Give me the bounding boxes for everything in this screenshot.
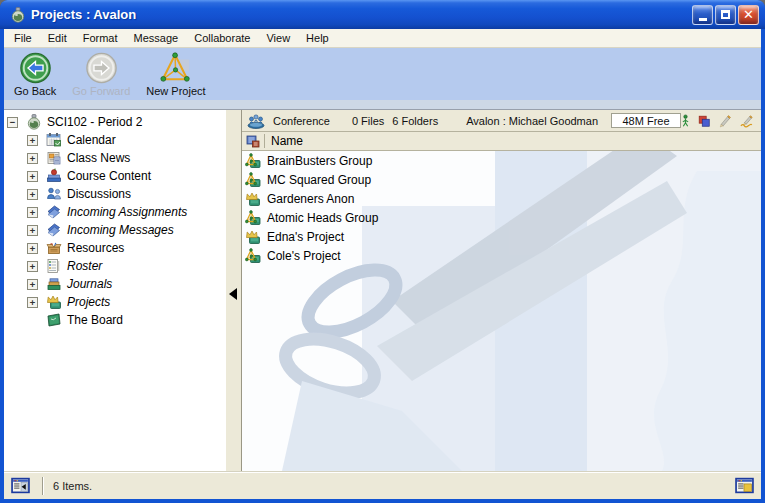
tree-item-class-news[interactable]: + Class News [4,149,226,167]
menu-view[interactable]: View [258,30,298,46]
toolbar-divider [4,100,761,109]
project-triangle-icon [245,153,261,169]
school-icon [26,114,42,130]
expand-toggle[interactable]: + [27,243,38,254]
projects-icon [46,294,62,310]
splitter-collapse-arrow-icon[interactable] [229,288,237,300]
go-forward-icon [85,52,118,84]
toolbar: Go Back Go Forward New Project [4,48,761,100]
new-project-label: New Project [146,85,205,97]
free-space-indicator: 48M Free [611,113,681,128]
menu-file[interactable]: File [6,30,40,46]
window-title: Projects : Avalon [31,7,690,22]
minimize-icon [699,18,707,21]
go-forward-button[interactable]: Go Forward [68,51,134,98]
tree-item-label: Course Content [67,169,151,183]
go-back-label: Go Back [14,85,56,97]
tree-item-calendar[interactable]: + Calendar [4,131,226,149]
menu-message[interactable]: Message [126,30,187,46]
expand-toggle[interactable]: + [27,261,38,272]
expand-toggle[interactable]: + [27,153,38,164]
tree-item-root[interactable]: − SCI102 - Period 2 [4,113,226,131]
status-text: 6 Items. [53,480,92,492]
list-item-name: BrainBusters Group [267,154,372,168]
list-item-name: Gardeners Anon [267,192,354,206]
expand-toggle[interactable]: + [27,207,38,218]
tree-item-incoming-assignments[interactable]: + Incoming Assignments [4,203,226,221]
list-item[interactable]: Edna's Project [242,227,761,246]
menu-format[interactable]: Format [75,30,126,46]
expand-toggle[interactable]: + [27,189,38,200]
project-crown-icon [245,229,261,245]
journals-icon [46,276,62,292]
conference-label: Conference [273,115,330,127]
tree-item-projects[interactable]: + Projects [4,293,226,311]
go-forward-label: Go Forward [72,85,130,97]
board-icon [46,312,62,328]
tree-item-incoming-messages[interactable]: + Incoming Messages [4,221,226,239]
list-item-name: Edna's Project [267,230,344,244]
tree-item-the-board[interactable]: + The Board [4,311,226,329]
collapse-toggle[interactable]: − [7,117,18,128]
list-item[interactable]: MC Squared Group [242,170,761,189]
conference-icon [247,113,265,129]
collapse-panel-icon[interactable] [11,477,30,494]
files-count: 0 Files [352,115,384,127]
expand-toggle[interactable]: + [27,135,38,146]
expand-toggle[interactable]: + [27,171,38,182]
list-item-name: Atomic Heads Group [267,211,378,225]
list-item[interactable]: Atomic Heads Group [242,208,761,227]
go-back-button[interactable]: Go Back [10,51,60,98]
tree-item-discussions[interactable]: + Discussions [4,185,226,203]
project-triangle-icon [245,172,261,188]
server-user-label: Avalon : Michael Goodman [466,115,598,127]
header-icon-group [681,114,755,128]
menu-bar: File Edit Format Message Collaborate Vie… [4,29,761,48]
calendar-icon [46,132,62,148]
pencil-icon[interactable] [718,114,732,128]
new-project-button[interactable]: New Project [142,51,209,98]
tree-item-resources[interactable]: + Resources [4,239,226,257]
panel-splitter[interactable] [226,110,242,471]
list-item-name: MC Squared Group [267,173,371,187]
name-column-header[interactable]: Name [242,132,761,151]
maximize-button[interactable] [715,5,736,25]
tree-item-label: SCI102 - Period 2 [47,115,142,129]
tree-item-roster[interactable]: + Roster [4,257,226,275]
course-content-icon [46,168,62,184]
menu-edit[interactable]: Edit [40,30,75,46]
tree-item-course-content[interactable]: + Course Content [4,167,226,185]
person-icon[interactable] [681,114,690,128]
new-project-icon [158,52,194,84]
expand-toggle[interactable]: + [27,279,38,290]
content-area: − SCI102 - Period 2 + Calendar + Class N… [4,109,761,471]
app-icon [10,7,26,23]
layout-panel-icon[interactable] [735,477,754,494]
discussions-icon [46,186,62,202]
expand-toggle[interactable]: + [27,297,38,308]
minimize-button[interactable] [692,5,713,25]
tree-item-label: Discussions [67,187,131,201]
project-triangle-icon [245,248,261,264]
expand-toggle[interactable]: + [27,225,38,236]
roster-icon [46,258,62,274]
signature-pencil-icon[interactable] [739,114,755,128]
tree-item-journals[interactable]: + Journals [4,275,226,293]
status-divider [42,477,44,495]
menu-collaborate[interactable]: Collaborate [186,30,258,46]
incoming-books-icon [46,204,62,220]
pages-icon[interactable] [697,114,711,128]
project-triangle-icon [245,210,261,226]
close-button[interactable]: ✕ [738,5,759,25]
list-item[interactable]: Cole's Project [242,246,761,265]
project-list: BrainBusters Group MC Squared Group Gard… [242,151,761,471]
list-item[interactable]: BrainBusters Group [242,151,761,170]
title-bar[interactable]: Projects : Avalon ✕ [0,0,765,29]
news-icon [46,150,62,166]
list-item[interactable]: Gardeners Anon [242,189,761,208]
sort-by-name-icon[interactable] [246,134,260,148]
tree-item-label: Resources [67,241,124,255]
tree-item-label: Incoming Assignments [67,205,187,219]
menu-help[interactable]: Help [298,30,337,46]
tree-item-label: Class News [67,151,130,165]
